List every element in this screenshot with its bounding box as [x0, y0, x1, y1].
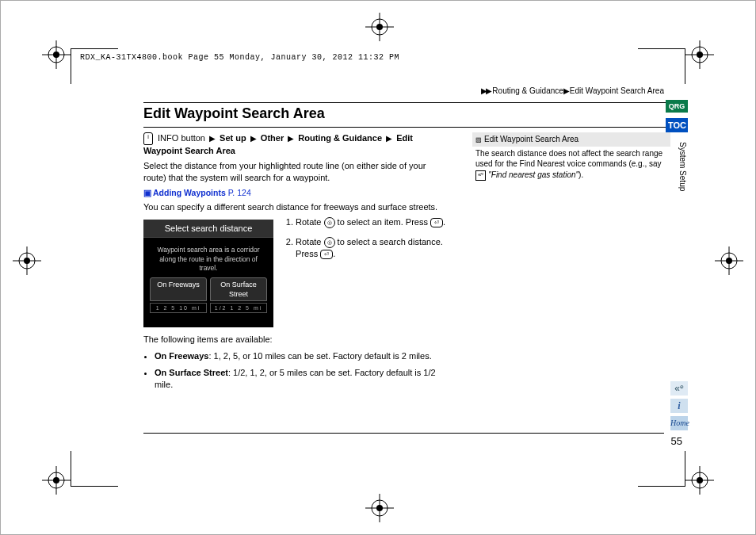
breadcrumb: ▶▶Routing & Guidance▶Edit Waypoint Searc… [481, 86, 664, 95]
print-header: RDX_KA-31TX4800.book Page 55 Monday, Jan… [80, 53, 399, 62]
screenshot-title: Select search distance [143, 220, 273, 239]
tab-toc[interactable]: TOC [666, 118, 688, 132]
section-side-label: System Setup [678, 142, 687, 191]
screenshot-desc: Waypoint search area is a corridor along… [143, 238, 273, 277]
info-button-icon: i [143, 132, 153, 145]
press-button-icon: ⏎ [430, 218, 443, 227]
voice-command-icon[interactable]: «ᵉ [670, 381, 688, 396]
side-note-column: ▨Edit Waypoint Search Area The search di… [472, 132, 670, 396]
reg-mark-icon [715, 246, 743, 275]
rotate-dial-icon: ◎ [324, 237, 335, 248]
screenshot-scale: 1 2 5 10 mi [150, 303, 207, 313]
press-button-icon: ⏎ [320, 250, 333, 259]
page-number: 55 [671, 435, 682, 447]
reg-mark-icon [365, 13, 394, 41]
tab-qrg[interactable]: QRG [666, 100, 688, 113]
cross-reference-link[interactable]: ▣Adding Waypoints P. 124 [143, 187, 449, 198]
device-screenshot: Select search distance Waypoint search a… [143, 220, 273, 328]
instruction-steps: Rotate ◎ to select an item. Press ⏎. Rot… [281, 216, 449, 268]
screenshot-tab-surface: On Surface Street [210, 277, 267, 301]
footer-rule [143, 433, 664, 434]
body-text: The following items are available: [143, 334, 449, 346]
side-note-body: The search distance does not affect the … [472, 148, 670, 181]
reg-mark-icon [42, 40, 71, 69]
reg-mark-icon [42, 466, 71, 495]
info-icon[interactable]: i [670, 399, 688, 413]
note-marker-icon: ▨ [475, 136, 482, 143]
reg-mark-icon [685, 466, 714, 495]
step-1: Rotate ◎ to select an item. Press ⏎. [296, 216, 449, 228]
home-icon[interactable]: Home [670, 416, 688, 430]
menu-path: i INFO button ▶ Set up ▶ Other ▶ Routing… [143, 132, 449, 157]
divider [143, 127, 670, 128]
side-note-heading: ▨Edit Waypoint Search Area [472, 132, 670, 147]
list-item: On Surface Street: 1/2, 1, 2, or 5 miles… [155, 367, 449, 391]
divider [143, 102, 670, 103]
body-text: You can specify a different search dista… [143, 201, 449, 213]
screenshot-tab-freeways: On Freeways [150, 277, 207, 301]
intro-text: Select the distance from your highlighte… [143, 160, 449, 184]
voice-talk-icon: «ᵉ [475, 170, 486, 181]
list-item: On Freeways: 1, 2, 5, or 10 miles can be… [155, 350, 449, 362]
page-title: Edit Waypoint Search Area [143, 105, 670, 122]
reg-mark-icon [365, 494, 394, 522]
main-column: i INFO button ▶ Set up ▶ Other ▶ Routing… [143, 132, 449, 396]
rotate-dial-icon: ◎ [324, 217, 335, 228]
reg-mark-icon [685, 40, 714, 69]
reg-mark-icon [13, 246, 41, 275]
screenshot-scale: 1/2 1 2 5 mi [210, 303, 267, 313]
step-2: Rotate ◎ to select a search distance. Pr… [296, 236, 449, 260]
options-list: On Freeways: 1, 2, 5, or 10 miles can be… [143, 350, 449, 391]
link-arrow-icon: ▣ [143, 188, 151, 197]
